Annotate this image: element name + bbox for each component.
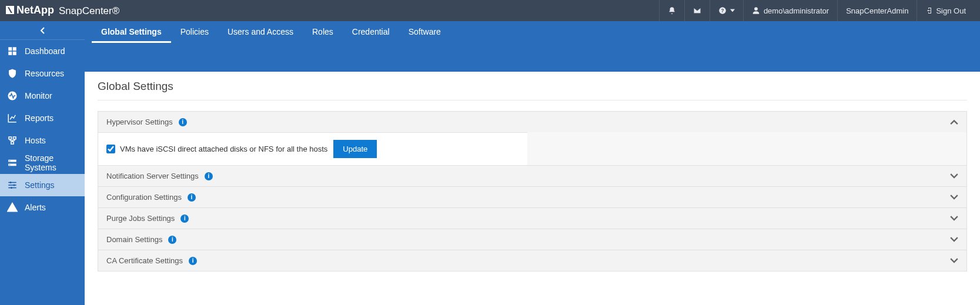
brand-product: SnapCenter®	[59, 5, 119, 17]
accordion-title: Hypervisor Settings	[106, 118, 173, 126]
info-icon[interactable]: i	[188, 193, 196, 202]
sidebar-item-label: Alerts	[25, 203, 46, 212]
shield-icon	[7, 68, 18, 79]
accordion-header-notification[interactable]: Notification Server Settings i	[98, 166, 966, 186]
user-menu[interactable]: demo\administrator	[743, 0, 837, 21]
info-icon[interactable]: i	[179, 118, 187, 126]
sidebar-item-label: Settings	[25, 180, 55, 190]
role-label-container[interactable]: SnapCenterAdmin	[837, 0, 917, 21]
svg-point-3	[9, 160, 11, 162]
info-icon[interactable]: i	[189, 257, 197, 265]
content: Global Settings Hypervisor Settings i VM…	[85, 72, 980, 289]
sidebar-item-label: Hosts	[25, 136, 46, 145]
update-button[interactable]: Update	[333, 140, 377, 158]
accordion-title: Configuration Settings	[106, 193, 182, 202]
sidebar-item-hosts[interactable]: Hosts	[0, 129, 85, 152]
svg-point-5	[10, 182, 12, 183]
svg-text:?: ?	[721, 8, 724, 14]
sidebar-item-alerts[interactable]: Alerts	[0, 196, 85, 219]
help-icon: ?	[718, 6, 727, 15]
brand-logo: NetApp	[6, 4, 54, 16]
signout-button[interactable]: Sign Out	[917, 0, 974, 21]
sidebar-item-storage[interactable]: Storage Systems	[0, 152, 85, 174]
chevron-down-icon	[950, 172, 958, 180]
accordion-header-ca[interactable]: CA Certificate Settings i	[98, 250, 966, 271]
mail-icon	[693, 6, 701, 15]
chevron-down-icon	[950, 236, 958, 244]
sidebar-item-settings[interactable]: Settings	[0, 174, 85, 196]
tab-global-settings[interactable]: Global Settings	[92, 21, 171, 43]
bell-icon	[668, 6, 676, 15]
settings-tabs: Global Settings Policies Users and Acces…	[85, 21, 980, 72]
alert-icon	[7, 202, 18, 213]
grid-icon	[7, 46, 18, 56]
caret-down-icon	[730, 8, 735, 13]
accordion-header-configuration[interactable]: Configuration Settings i	[98, 187, 966, 207]
accordion-header-purge[interactable]: Purge Jobs Settings i	[98, 208, 966, 229]
hypervisor-checkbox-label[interactable]: VMs have iSCSI direct attached disks or …	[106, 145, 327, 153]
tab-roles[interactable]: Roles	[303, 21, 343, 41]
chevron-left-icon	[39, 27, 45, 34]
storage-icon	[7, 157, 18, 168]
info-icon[interactable]: i	[168, 236, 176, 244]
sidebar-item-label: Resources	[25, 69, 64, 78]
sidebar-item-monitor[interactable]: Monitor	[0, 85, 85, 107]
signout-label: Sign Out	[936, 6, 966, 15]
topbar: NetApp SnapCenter® ? demo\administrator …	[0, 0, 980, 21]
role-label: SnapCenterAdmin	[846, 6, 908, 15]
netapp-logo-icon	[6, 6, 14, 14]
info-icon[interactable]: i	[205, 172, 213, 180]
sidebar-item-reports[interactable]: Reports	[0, 107, 85, 129]
accordion-header-hypervisor[interactable]: Hypervisor Settings i	[98, 112, 966, 132]
sliders-icon	[7, 180, 18, 190]
accordion-body-hypervisor: VMs have iSCSI direct attached disks or …	[98, 132, 527, 165]
accordion-title: Notification Server Settings	[106, 172, 199, 180]
svg-point-4	[9, 165, 11, 166]
tab-users-access[interactable]: Users and Access	[218, 21, 303, 41]
accordion-header-domain[interactable]: Domain Settings i	[98, 229, 966, 250]
sidebar-item-label: Storage Systems	[25, 153, 78, 172]
tab-software[interactable]: Software	[399, 21, 450, 41]
info-icon[interactable]: i	[180, 214, 189, 223]
user-icon	[752, 6, 760, 15]
accordion-purge: Purge Jobs Settings i	[98, 207, 967, 229]
sidebar-item-label: Reports	[25, 113, 53, 123]
activity-icon	[7, 91, 18, 101]
notifications-button[interactable]	[659, 0, 684, 21]
accordion-title: Purge Jobs Settings	[106, 214, 175, 223]
accordion-title: CA Certificate Settings	[106, 256, 183, 265]
sidebar-item-resources[interactable]: Resources	[0, 62, 85, 85]
sidebar-collapse-button[interactable]	[0, 21, 85, 40]
brand: NetApp SnapCenter®	[6, 4, 119, 18]
user-label: demo\administrator	[764, 6, 829, 15]
tab-policies[interactable]: Policies	[171, 21, 218, 41]
help-button[interactable]: ?	[710, 0, 743, 21]
page-title: Global Settings	[98, 80, 967, 93]
divider	[98, 100, 967, 100]
signout-icon	[925, 6, 932, 15]
accordion-title: Domain Settings	[106, 235, 162, 244]
accordion-ca: CA Certificate Settings i	[98, 250, 967, 272]
svg-point-7	[11, 187, 12, 189]
messages-button[interactable]	[684, 0, 710, 21]
accordion-hypervisor: Hypervisor Settings i VMs have iSCSI dir…	[98, 111, 967, 166]
sidebar-item-label: Dashboard	[25, 46, 65, 56]
svg-point-6	[14, 185, 15, 186]
brand-company: NetApp	[16, 4, 54, 16]
chevron-up-icon	[950, 118, 958, 126]
chevron-down-icon	[950, 193, 958, 202]
chevron-down-icon	[950, 214, 958, 223]
hypervisor-checkbox[interactable]	[106, 145, 115, 153]
accordion-configuration: Configuration Settings i	[98, 186, 967, 208]
network-icon	[7, 135, 18, 146]
tab-credential[interactable]: Credential	[343, 21, 399, 41]
chevron-down-icon	[950, 257, 958, 265]
sidebar-item-dashboard[interactable]: Dashboard	[0, 40, 85, 62]
sidebar-item-label: Monitor	[25, 91, 52, 100]
chart-icon	[7, 113, 18, 123]
checkbox-text: VMs have iSCSI direct attached disks or …	[120, 145, 327, 153]
accordion-notification: Notification Server Settings i	[98, 165, 967, 187]
accordion-domain: Domain Settings i	[98, 229, 967, 250]
sidebar: Dashboard Resources Monitor Reports Host…	[0, 21, 85, 305]
